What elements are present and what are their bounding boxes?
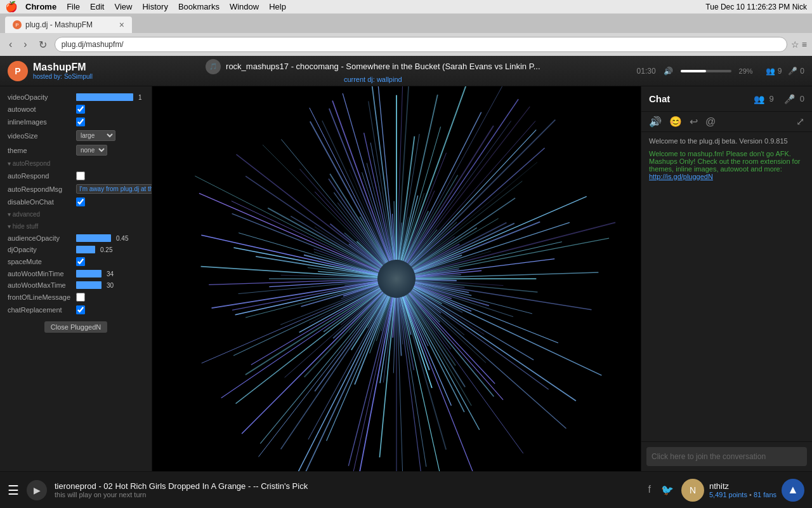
volume-icon[interactable]: 🔊 [664,67,673,76]
volume-slider[interactable] [681,70,731,72]
menu-help[interactable]: Help [269,2,286,11]
autowoot-checkbox[interactable] [76,105,85,114]
logo-area: P MashupFM hosted by: SoSimpull [8,61,109,81]
track-name: rock_mashups17 - chocomang - Somewhere i… [226,62,540,71]
dj-icon: 🎤 [788,67,797,76]
auto-woot-max-row: autoWootMaxTime 30 [0,279,152,291]
auto-respond-section[interactable]: autoRespond [0,157,152,170]
autowoot-row: autowoot [0,103,152,116]
tab-favicon: P [13,20,22,29]
chat-mention-icon[interactable]: @ [705,116,716,128]
address-bar[interactable]: plug.dj/mashupfm/ [55,37,787,52]
close-pluggedn-button[interactable]: Close PluggedN [44,321,108,333]
user-name: nthitz [709,481,776,491]
address-text: plug.dj/mashupfm/ [62,40,124,49]
reload-button[interactable]: ↻ [35,37,51,52]
auto-respond-label: autoRespond [8,172,71,180]
chat-emoji-icon[interactable]: 😊 [669,116,682,128]
tab-close-button[interactable]: × [119,20,124,30]
theme-row: theme none [0,143,152,157]
inline-images-checkbox[interactable] [76,117,85,126]
volume-fill [681,70,706,72]
listener-count: 9 [778,67,782,76]
chat-replacement-checkbox[interactable] [76,305,85,314]
twitter-icon[interactable]: 🐦 [661,484,674,496]
woot-button[interactable]: ▲ [782,479,804,502]
auto-respond-row: autoRespond [0,170,152,182]
disable-on-chat-checkbox[interactable] [76,197,85,206]
content: videoOpacity 1 autowoot inlineImages vid… [0,86,812,471]
dj-count: 0 [800,67,804,76]
chat-toolbar: 🔊 😊 ↩ @ ⤢ [641,112,812,132]
video-size-row: videoSize large medium small [0,128,152,143]
apple-menu[interactable]: 🍎 [5,1,18,13]
forward-button[interactable]: › [20,37,30,51]
menubar-datetime: Tue Dec 10 11:26:23 PM Nick [705,3,807,11]
dj-opacity-label: djOpacity [8,246,71,253]
chat-popout-icon[interactable]: ⤢ [796,116,804,128]
room-name: MashupFM [33,62,93,73]
dj-opacity-value: 0.25 [100,246,112,253]
theme-select[interactable]: none [76,145,107,156]
chrome-menu-icon[interactable]: ≡ [802,39,807,50]
bookmark-star-icon[interactable]: ☆ [791,39,799,50]
mac-menubar: 🍎 Chrome File Edit View History Bookmark… [0,0,812,14]
menu-view[interactable]: View [114,2,132,11]
menu-window[interactable]: Window [230,2,259,11]
bottom-bar: ☰ ▶ tieroneprod - 02 Hot Rich Girls Drop… [0,471,812,508]
room-link[interactable]: http://is.gd/pluggedN [649,173,713,180]
dj-opacity-slider: 0.25 [76,246,112,253]
chat-dj-icon: 🎤 [784,94,795,104]
chat-input[interactable] [646,447,807,466]
chat-messages: Welcome to the plug.dj beta. Version 0.9… [641,132,812,441]
dj-opacity-row: djOpacity 0.25 [0,244,152,255]
chat-dj-count: 0 [800,94,804,104]
auto-respond-msg-input[interactable] [76,184,152,194]
menu-history[interactable]: History [142,2,167,11]
queue-track-info: tieroneprod - 02 Hot Rich Girls Dropped … [55,481,641,498]
menu-edit[interactable]: Edit [90,2,104,11]
video-opacity-label: videoOpacity [8,93,71,101]
chat-listeners-icon: 👥 [754,94,764,104]
dj-avatar: 🎵 [206,59,221,74]
space-mute-checkbox[interactable] [76,257,85,266]
front-of-line-row: frontOfLineMessage [0,291,152,304]
current-dj-label: current dj: wallpind [344,76,402,83]
social-icons: f 🐦 [648,484,674,496]
back-button[interactable]: ‹ [5,37,16,51]
menu-chrome[interactable]: Chrome [25,2,56,11]
chat-history-icon[interactable]: ↩ [690,116,698,128]
front-of-line-checkbox[interactable] [76,293,85,302]
visualizer-canvas [152,86,641,471]
chat-header: Chat 👥 9 🎤 0 [641,86,812,112]
player-controls: 01:30 🔊 29% 👥 9 🎤 0 [637,67,804,76]
menu-bookmarks[interactable]: Bookmarks [178,2,219,11]
queue-track-sub: this will play on your next turn [55,491,641,498]
hide-stuff-section[interactable]: hide stuff [0,220,152,232]
auto-respond-msg-label: autoRespondMsg [8,185,71,193]
facebook-icon[interactable]: f [648,484,651,496]
autowoot-label: autowoot [8,105,71,113]
video-size-select[interactable]: large medium small [76,130,115,141]
play-button[interactable]: ▶ [27,480,47,500]
audience-opacity-bar [76,234,111,242]
queue-icon[interactable]: ☰ [8,483,19,498]
auto-woot-min-value: 34 [107,271,114,277]
advanced-section[interactable]: advanced [0,208,152,220]
inline-images-label: inlineImages [8,118,71,126]
space-mute-label: spaceMute [8,258,71,265]
browser-tab[interactable]: P plug.dj - MashupFM × [5,17,132,33]
menu-file[interactable]: File [67,2,80,11]
nav-right-icons: ☆ ≡ [791,39,807,50]
video-opacity-bar [76,93,133,101]
auto-woot-max-slider: 30 [76,281,114,289]
video-size-label: videoSize [8,132,71,140]
tab-bar: P plug.dj - MashupFM × [0,14,812,33]
left-panel: videoOpacity 1 autowoot inlineImages vid… [0,86,152,471]
chat-sound-icon[interactable]: 🔊 [649,116,662,128]
auto-respond-checkbox[interactable] [76,171,85,180]
nav-bar: ‹ › ↻ plug.dj/mashupfm/ ☆ ≡ [0,33,812,56]
auto-woot-min-slider: 34 [76,270,114,277]
auto-woot-min-label: autoWootMinTime [8,270,71,277]
chat-replacement-row: chatReplacement [0,304,152,316]
